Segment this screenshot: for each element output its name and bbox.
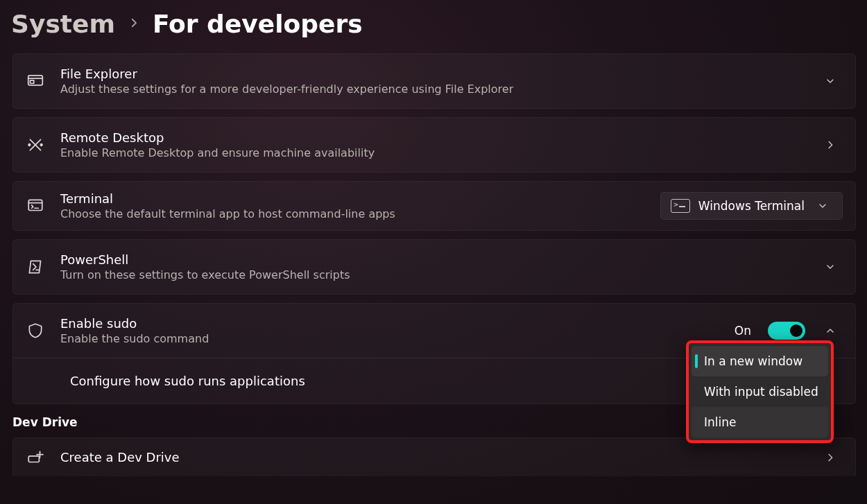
dropdown-selected: Windows Terminal	[698, 199, 805, 213]
sudo-mode-dropdown-menu: In a new window With input disabled Inli…	[686, 340, 834, 443]
chevron-up-icon	[821, 325, 840, 336]
sudo-toggle[interactable]	[768, 322, 805, 340]
shield-icon	[26, 322, 45, 340]
sudo-config-row: Configure how sudo runs applications In …	[12, 358, 856, 404]
powershell-icon	[26, 258, 45, 276]
terminal-icon	[26, 197, 45, 215]
card-subtitle: Turn on these settings to execute PowerS…	[60, 268, 805, 281]
remote-desktop-icon	[26, 136, 45, 154]
card-title: Terminal	[60, 191, 645, 206]
svg-rect-4	[28, 200, 42, 210]
setting-card-terminal: Terminal Choose the default terminal app…	[12, 181, 856, 231]
svg-rect-1	[30, 80, 33, 83]
page-title: For developers	[153, 10, 363, 38]
toggle-state-label: On	[735, 324, 751, 338]
sudo-mode-option-input-disabled[interactable]: With input disabled	[692, 376, 828, 407]
card-subtitle: Choose the default terminal app to host …	[60, 207, 645, 220]
terminal-app-dropdown[interactable]: > Windows Terminal	[660, 192, 843, 220]
breadcrumb-parent[interactable]: System	[11, 10, 115, 38]
svg-point-2	[28, 144, 31, 146]
setting-card-powershell[interactable]: PowerShell Turn on these settings to exe…	[12, 239, 856, 295]
card-title: Enable sudo	[60, 316, 719, 331]
sudo-mode-option-inline[interactable]: Inline	[692, 407, 828, 437]
breadcrumb: System For developers	[11, 10, 859, 38]
card-title: PowerShell	[60, 252, 805, 267]
chevron-down-icon	[813, 200, 832, 211]
setting-card-file-explorer[interactable]: File Explorer Adjust these settings for …	[12, 53, 856, 109]
windows-terminal-icon: >	[671, 199, 690, 213]
card-subtitle: Enable the sudo command	[60, 332, 719, 345]
card-title: Remote Desktop	[60, 130, 805, 145]
setting-card-remote-desktop[interactable]: Remote Desktop Enable Remote Desktop and…	[12, 117, 856, 173]
chevron-right-icon	[821, 452, 840, 463]
chevron-down-icon	[821, 76, 840, 87]
sudo-mode-option-new-window[interactable]: In a new window	[692, 346, 828, 376]
chevron-right-icon	[821, 139, 840, 150]
chevron-right-icon	[128, 17, 140, 32]
setting-card-create-dev-drive[interactable]: Create a Dev Drive	[12, 437, 856, 476]
card-title: File Explorer	[60, 67, 805, 81]
svg-rect-7	[28, 455, 39, 462]
chevron-down-icon	[821, 261, 840, 272]
card-subtitle: Enable Remote Desktop and ensure machine…	[60, 146, 805, 159]
card-subtitle: Adjust these settings for a more develop…	[60, 82, 805, 96]
drive-add-icon	[26, 449, 45, 467]
svg-point-3	[40, 144, 42, 146]
card-title: Create a Dev Drive	[60, 450, 805, 464]
folder-icon	[26, 72, 45, 90]
